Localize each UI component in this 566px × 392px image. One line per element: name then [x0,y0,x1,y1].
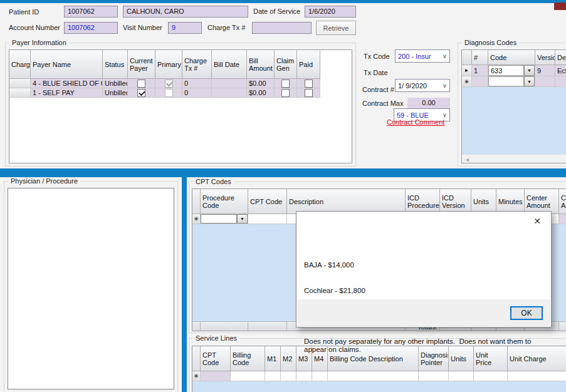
unit-charge-cell[interactable] [508,371,566,381]
charge-tx-label: Charge Tx # [207,24,245,31]
diag-num-cell [472,76,488,87]
col-procedure-code: Procedure Code [201,189,248,214]
physician-procedure-group: Physician / Procedure [4,181,178,392]
row-selector-header [192,346,201,371]
current-payer-cell[interactable] [128,79,155,88]
claim-gen-cell[interactable] [275,88,297,98]
diagnosis-row[interactable]: ► 1 633 ▼ 9 Ectopic Pregnancy [462,65,566,76]
bill-amount-cell: $0.00 [247,79,275,88]
col-num: # [472,50,488,65]
payer-row[interactable]: 1 - SELF PAY Unbilled 0 $0.00 [9,88,352,98]
m4-cell[interactable] [312,371,328,381]
charge-amount-cell[interactable] [559,214,566,224]
payer-name-cell: 1 - SELF PAY [31,88,103,98]
dropdown-arrow-icon[interactable]: ▼ [524,65,535,76]
payer-row-charge-cell[interactable] [9,79,31,88]
payer-information-group: Payer Information Charge Payer Name Stat… [5,43,356,167]
diag-code-input[interactable] [488,76,524,86]
physician-procedure-list[interactable] [8,188,174,389]
diagnosis-grid: # Code Version Description ► 1 633 ▼ 9 E… [461,49,566,163]
payer-row-charge-cell[interactable] [9,88,31,98]
col-m2: M2 [281,346,296,371]
diag-description-cell: Ectopic Pregnancy [555,65,566,76]
col-minutes: Minutes [496,189,525,214]
account-number-field[interactable]: 1007062 [64,22,118,34]
dropdown-arrow-icon[interactable]: ▼ [237,214,248,224]
claim-gen-checkbox[interactable] [281,89,290,97]
tx-date-label: Tx Date [364,69,388,76]
col-description: Description [287,189,406,214]
cpt-code-cell[interactable] [248,214,287,224]
m2-cell[interactable] [281,371,296,381]
contract-max-label: Contract Max [362,100,403,107]
diag-code-cell[interactable]: ▼ [488,76,535,87]
close-icon[interactable]: ✕ [533,217,541,225]
top-accent-bar [0,0,566,3]
primary-checkbox[interactable] [165,89,173,97]
procedure-code-cell[interactable]: ▼ [201,214,248,224]
paid-cell[interactable] [297,88,320,98]
paid-cell[interactable] [297,79,320,88]
diagnosis-grid-empty-area [462,87,566,154]
dialog-footer: OK [297,299,550,326]
payer-status-cell: Unbilled [103,88,128,98]
corner-marker [554,3,566,10]
billing-code-description-cell[interactable] [328,371,419,381]
col-center-amount: Center Amount [525,189,559,214]
date-of-service-field: 1/6/2020 [305,6,356,18]
service-lines-new-row[interactable]: ✳ [192,371,566,381]
visit-number-label: Visit Number [123,24,162,31]
cpt-code-cell[interactable] [201,371,231,381]
diag-code-cell[interactable]: 633 ▼ [488,65,535,76]
primary-cell [155,79,182,88]
scroll-left-icon[interactable]: ◄ [462,157,470,163]
chevron-down-icon: ∨ [443,53,447,59]
charge-tx-field[interactable] [252,22,312,34]
patient-id-label: Patient ID [9,8,39,16]
col-charge: Charge [9,50,31,79]
procedure-code-input[interactable] [201,214,237,224]
new-row-asterisk-icon: ✳ [192,214,201,224]
diag-code-value[interactable]: 633 [488,65,524,76]
dialog-line: BAJA - $14,000 [304,261,547,270]
current-payer-checkbox[interactable] [137,80,145,88]
horizontal-splitter-bar[interactable] [0,168,566,177]
col-units: Units [471,189,496,214]
current-payer-checkbox[interactable] [137,89,145,97]
retrieve-button[interactable]: Retrieve [316,21,356,35]
payer-status-cell: Unbilled [103,79,128,88]
col-charge-amount: Charge Amount [559,189,566,214]
tx-code-combo[interactable]: 200 - Insur ∨ [395,49,450,63]
visit-number-field[interactable]: 9 [168,22,202,34]
dropdown-arrow-icon[interactable]: ▼ [524,76,535,86]
units-cell[interactable] [449,371,474,381]
diagnosis-new-row[interactable]: ✳ ▼ [462,76,566,87]
current-row-arrow-icon: ► [462,65,472,76]
paid-checkbox[interactable] [305,89,313,97]
diagnosis-hscrollbar[interactable]: ◄ [462,154,566,163]
vertical-splitter-bar[interactable] [182,177,187,392]
ok-button[interactable]: OK [510,306,543,320]
contract-comment-link[interactable]: Contract Comment [387,118,444,126]
primary-cell[interactable] [155,88,182,98]
patient-id-field[interactable]: 1007062 [64,6,118,18]
diagnosis-pointer-cell[interactable] [419,371,449,381]
unit-price-cell[interactable] [474,371,508,381]
col-icd-procedure: ICD Procedure [406,189,440,214]
claim-gen-checkbox[interactable] [281,80,290,88]
cpt-codes-title: CPT Codes [193,178,234,185]
billing-code-cell[interactable] [231,371,265,381]
m3-cell[interactable] [296,371,312,381]
dialog-line: Cochlear - $21,800 [304,287,547,296]
tx-date-combo[interactable]: 1/ 9/2020 ∨ [395,79,450,92]
col-bill-date: Bill Date [212,50,247,79]
payer-row[interactable]: 4 - BLUE SHIELD OF CA Unbilled 0 $0.00 [9,79,352,88]
claim-gen-cell[interactable] [275,79,297,88]
chevron-down-icon: ∨ [443,112,447,118]
bill-amount-cell: $0.00 [247,88,275,98]
m1-cell[interactable] [265,371,281,381]
col-paid: Paid [297,50,320,79]
paid-checkbox[interactable] [305,80,313,88]
dialog-line: Does not pay separately for any other im… [304,338,547,354]
current-payer-cell[interactable] [128,88,155,98]
